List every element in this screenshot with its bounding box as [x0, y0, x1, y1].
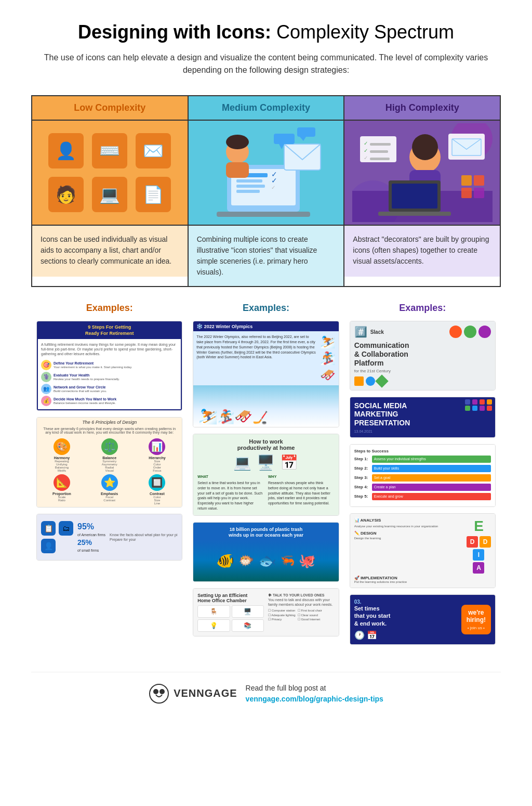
svg-point-42	[159, 689, 165, 694]
svg-rect-29	[452, 139, 481, 155]
ocean-scene: 🐠 🐡 🐟 🦐 🐙	[193, 540, 338, 581]
social-media-card[interactable]: SOCIAL MEDIAMARKETINGPRESENTATION 13.04.…	[350, 397, 496, 438]
olympics-card[interactable]: ❄️ 2022 Winter Olympics The 2022 Winter …	[193, 321, 339, 427]
high-complexity-col: High Complexity ✓ ✓ ✓	[344, 96, 500, 286]
hiring-left: 03. Set timesthat you start& end work. 🕐…	[354, 599, 457, 640]
addie-layout: 📊 ANALYSIS Analyse your existing learnin…	[354, 518, 491, 574]
steps-card[interactable]: Steps to Success Step 1: Assess your ind…	[350, 444, 496, 507]
low-hero-image: 👤 ⌨️ ✉️ 🧑 💻 📄	[32, 121, 188, 225]
home-office-right: 🗣 TALK TO YOUR LOVED ONESYou need to tal…	[268, 593, 335, 632]
svg-rect-9	[217, 212, 310, 217]
retirement-inner: 9 Steps For GettingReady For Retirement …	[37, 321, 182, 410]
footer-link[interactable]: venngage.com/blog/graphic-design-tips	[246, 695, 383, 703]
mail-icon: ✉️	[136, 133, 171, 168]
footer-text: Read the full blog post at venngage.com/…	[246, 683, 383, 705]
book-icon: 📚	[232, 619, 264, 632]
design-principles-card[interactable]: The 6 Principles of Design These are gen…	[36, 417, 182, 508]
retirement-title: 9 Steps For GettingReady For Retirement	[38, 322, 181, 339]
slack-card[interactable]: #️⃣ Slack Communication& CollaborationPl…	[350, 321, 496, 390]
complexity-table: Low Complexity 👤 ⌨️ ✉️ 🧑 💻 📄 Icons can b…	[31, 95, 501, 287]
work-home-title: How to workproductively at home	[197, 438, 334, 451]
design-title: The 6 Principles of Design	[37, 418, 182, 427]
addie-design-text: Design the learning	[354, 537, 463, 540]
low-complexity-header: Low Complexity	[32, 96, 188, 121]
svg-rect-16	[297, 127, 315, 137]
slack-subtitle: for the 21st Century	[354, 369, 491, 373]
addie-dd: D D	[467, 536, 491, 548]
addie-d1: D	[467, 536, 478, 548]
svg-rect-36	[461, 175, 472, 186]
addie-e: E	[474, 518, 484, 535]
hiring-caption: Set timesthat you start& end work.	[354, 605, 457, 627]
title-light: Complexity Spectrum	[276, 21, 454, 43]
addie-design: ✏️ DESIGN	[354, 531, 463, 536]
svg-rect-13	[284, 144, 321, 170]
hiring-text: we'rehiring!	[467, 609, 486, 624]
addie-impl-text: Put the learning solutions into practice	[354, 580, 491, 583]
document-icon: 📄	[136, 177, 171, 212]
svg-rect-39	[474, 188, 484, 198]
hiring-cta: • join us •	[467, 626, 486, 630]
olympics-figures: ⛷️ 🏂 🛷	[320, 334, 336, 382]
work-home-card[interactable]: How to workproductively at home 💻 🖥️ 📅 W…	[193, 434, 339, 516]
shape-3	[375, 374, 388, 387]
green-circle	[464, 326, 476, 338]
svg-rect-37	[474, 175, 484, 186]
page-container: Designing with Icons: Complexity Spectru…	[0, 0, 532, 731]
retirement-card[interactable]: 9 Steps For GettingReady For Retirement …	[36, 321, 182, 411]
home-office-inner: Setting Up an EfficientHome Office Chamb…	[193, 589, 338, 636]
productivity-icons: 📋 🗂 👤	[41, 521, 73, 553]
high-complexity-header: High Complexity	[344, 96, 500, 121]
svg-point-31	[412, 134, 438, 160]
venngage-logo[interactable]: VENNGAGE	[149, 683, 237, 704]
high-examples-col: Examples: #️⃣ Slack C	[344, 303, 501, 651]
medium-description: Combining multiple icons to create illus…	[189, 225, 344, 286]
productivity-card[interactable]: 📋 🗂 👤 95% of American firms 25% of small…	[36, 514, 182, 561]
dark-person-icon: 🧑	[48, 177, 84, 212]
design-grid: 🎨 Harmony RepeatingUnifyingBalancingMoti…	[37, 436, 182, 507]
low-icon-grid: 👤 ⌨️ ✉️ 🧑 💻 📄	[38, 123, 181, 223]
svg-rect-25	[370, 150, 388, 153]
home-office-checklist: ☐ Computer station☐ Adequate lighting☐ P…	[268, 608, 335, 621]
step-1: Step 1: Assess your individual strengths	[354, 456, 491, 463]
hiring-step-num: 03.	[354, 599, 457, 605]
checklist-left: ☐ Computer station☐ Adequate lighting☐ P…	[268, 608, 296, 621]
shape-2	[366, 376, 375, 386]
social-inner: SOCIAL MEDIAMARKETINGPRESENTATION 13.04.…	[350, 397, 495, 437]
svg-rect-4	[236, 185, 265, 188]
dots-pattern	[463, 397, 495, 413]
ocean-inner: 18 billion pounds of plastic trashwinds …	[193, 523, 338, 581]
calendar-icon: 📅	[367, 630, 377, 640]
ocean-card[interactable]: 18 billion pounds of plastic trashwinds …	[193, 522, 339, 582]
hiring-inner: 03. Set timesthat you start& end work. 🕐…	[350, 595, 495, 644]
slack-logo-icon: #️⃣	[354, 326, 367, 338]
examples-section: Examples: 9 Steps For GettingReady For R…	[31, 303, 501, 651]
svg-marker-15	[279, 144, 284, 149]
high-hero-svg: ✓ ✓ ✓	[352, 123, 493, 222]
olympics-scene: ⛷️ 🏂 🛷 🏒	[193, 385, 338, 427]
svg-marker-17	[300, 137, 306, 141]
medium-complexity-header: Medium Complexity	[189, 96, 344, 121]
svg-rect-3	[236, 179, 262, 183]
svg-text:✓: ✓	[364, 140, 368, 146]
addie-right: E D D I A	[467, 518, 491, 574]
addie-a: A	[473, 562, 484, 574]
hiring-card[interactable]: 03. Set timesthat you start& end work. 🕐…	[350, 594, 496, 645]
copy-icon: 📋	[41, 521, 56, 536]
high-examples-label: Examples:	[350, 303, 496, 314]
svg-text:✓: ✓	[271, 185, 275, 190]
svg-point-41	[153, 689, 158, 694]
home-office-icons: 🪑 🖥️ 💡 📚	[197, 605, 264, 632]
purple-circle	[478, 326, 491, 338]
medium-hero-image: ✓ ✓ ✓	[189, 121, 344, 225]
page-subtitle: The use of icons can help elevate a desi…	[31, 51, 501, 76]
productivity-stats: 95% of American firms 25% of small firms	[77, 521, 105, 553]
addie-card[interactable]: 📊 ANALYSIS Analyse your existing learnin…	[350, 513, 496, 588]
keyboard-icon: ⌨️	[92, 133, 127, 168]
footer: VENNGAGE Read the full blog post at venn…	[31, 672, 501, 705]
low-examples-col: Examples: 9 Steps For GettingReady For R…	[31, 303, 188, 651]
addie-inner: 📊 ANALYSIS Analyse your existing learnin…	[350, 514, 495, 588]
work-home-inner: How to workproductively at home 💻 🖥️ 📅 W…	[193, 434, 338, 515]
home-office-card[interactable]: Setting Up an EfficientHome Office Chamb…	[193, 588, 339, 636]
hiring-icons: 🕐 📅	[354, 630, 457, 640]
